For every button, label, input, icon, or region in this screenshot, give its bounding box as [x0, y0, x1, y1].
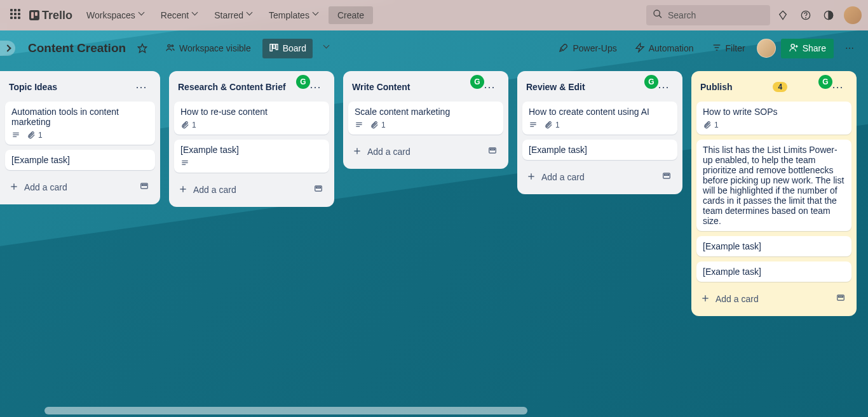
svg-rect-49: [839, 296, 843, 298]
search-box[interactable]: [646, 5, 770, 25]
svg-marker-5: [138, 44, 146, 52]
svg-point-15: [791, 44, 794, 47]
plus-icon: [700, 293, 710, 305]
card[interactable]: [Example task]: [174, 140, 329, 173]
add-card-button[interactable]: Add a card: [696, 287, 851, 311]
card-title: How to write SOPs: [703, 107, 845, 117]
card[interactable]: [Example task]: [5, 150, 155, 170]
board-menu-button[interactable]: ⋯: [839, 39, 860, 57]
starred-menu[interactable]: Starred: [208, 6, 260, 24]
add-card-button[interactable]: Add a card: [522, 165, 677, 189]
attachment-count: 1: [192, 121, 196, 129]
add-card-button[interactable]: Add a card: [348, 140, 503, 164]
list-title[interactable]: Research & Content Brief: [178, 82, 286, 92]
description-icon: [529, 121, 538, 129]
board-member-avatar[interactable]: [757, 39, 776, 58]
powerups-button[interactable]: Power-Ups: [552, 39, 623, 58]
rocket-icon: [559, 43, 569, 55]
user-avatar[interactable]: [844, 6, 862, 24]
notifications-icon[interactable]: [773, 5, 793, 25]
svg-point-7: [172, 45, 173, 47]
list-title[interactable]: Topic Ideas: [9, 82, 57, 92]
card[interactable]: This list has the List Limits Power-up e…: [696, 140, 851, 231]
grammarly-badge-icon[interactable]: G: [296, 75, 310, 89]
card-template-icon[interactable]: [137, 179, 151, 195]
card[interactable]: [Example task]: [696, 261, 851, 282]
plus-icon: [178, 184, 188, 196]
card[interactable]: Scale content marketing1: [348, 102, 503, 135]
grammarly-badge-icon[interactable]: G: [818, 75, 832, 89]
svg-point-6: [168, 44, 170, 47]
add-user-icon: [789, 43, 799, 55]
share-button[interactable]: Share: [781, 39, 834, 58]
visibility-label: Workspace visible: [179, 43, 251, 53]
theme-icon[interactable]: [818, 5, 839, 25]
list-header: Review & EditG⋯: [522, 77, 677, 96]
attachment-badge: 1: [370, 121, 386, 129]
card-template-icon[interactable]: [660, 169, 674, 185]
visibility-button[interactable]: Workspace visible: [159, 39, 257, 58]
view-switcher-button[interactable]: [318, 41, 337, 55]
workspaces-menu[interactable]: Workspaces: [80, 6, 152, 24]
expand-sidebar-button[interactable]: [0, 41, 15, 56]
list-title[interactable]: Publish: [700, 82, 733, 92]
plus-icon: [352, 146, 362, 158]
horizontal-scrollbar[interactable]: [44, 407, 527, 414]
star-board-button[interactable]: [131, 39, 154, 57]
brand-text: Trello: [42, 9, 72, 22]
board-view-button[interactable]: Board: [262, 39, 313, 58]
card-badges: 1: [529, 121, 671, 129]
list-title[interactable]: Review & Edit: [526, 82, 585, 92]
chevron-down-icon: [313, 12, 320, 18]
card-badges: 1: [180, 121, 323, 129]
plus-icon: [526, 171, 536, 183]
svg-line-1: [659, 15, 661, 18]
attachment-count: 1: [714, 121, 719, 129]
share-label: Share: [803, 43, 826, 53]
list-menu-button[interactable]: ⋯: [132, 79, 151, 95]
card[interactable]: [Example task]: [696, 236, 851, 256]
attachment-badge: 1: [544, 121, 560, 129]
card[interactable]: How to write SOPs1: [696, 102, 851, 135]
card-title: This list has the List Limits Power-up e…: [703, 145, 845, 226]
list: Topic Ideas⋯Automation tools in content …: [0, 71, 160, 204]
filter-label: Filter: [726, 43, 745, 53]
add-card-label: Add a card: [367, 147, 410, 157]
svg-point-0: [654, 10, 660, 16]
list-header: Publish4G⋯: [696, 77, 851, 96]
list-header: Topic Ideas⋯: [5, 77, 155, 96]
search-input[interactable]: [668, 10, 779, 20]
card[interactable]: How to create content using AI1: [522, 102, 677, 135]
card-template-icon[interactable]: [834, 291, 848, 307]
create-button[interactable]: Create: [329, 6, 373, 24]
card[interactable]: How to re-use content1: [174, 102, 329, 135]
list-title[interactable]: Write Content: [352, 82, 410, 92]
board-canvas[interactable]: Topic Ideas⋯Automation tools in content …: [0, 66, 868, 417]
card[interactable]: Automation tools in content marketing1: [5, 102, 155, 145]
help-icon[interactable]: [796, 5, 816, 25]
recent-menu[interactable]: Recent: [154, 6, 205, 24]
svg-point-3: [806, 18, 806, 18]
nav-label: Starred: [214, 10, 243, 20]
trello-logo-icon: [29, 10, 39, 20]
add-card-button[interactable]: Add a card: [174, 178, 329, 202]
apps-switcher-icon[interactable]: [10, 9, 23, 22]
board-title[interactable]: Content Creation: [28, 41, 126, 55]
add-card-button[interactable]: Add a card: [5, 175, 155, 199]
top-navigation: Trello Workspaces Recent Starred Templat…: [0, 0, 868, 30]
card-template-icon[interactable]: [485, 143, 499, 160]
description-icon: [180, 159, 189, 168]
svg-rect-45: [665, 175, 669, 176]
card[interactable]: [Example task]: [522, 140, 677, 160]
card-template-icon[interactable]: [311, 182, 325, 198]
trello-logo[interactable]: Trello: [29, 9, 72, 22]
description-icon: [355, 121, 363, 129]
grammarly-badge-icon[interactable]: G: [644, 75, 658, 89]
card-title: [Example task]: [180, 145, 323, 155]
add-card-label: Add a card: [541, 172, 585, 182]
automation-button[interactable]: Automation: [628, 39, 700, 58]
grammarly-badge-icon[interactable]: G: [470, 75, 484, 89]
templates-menu[interactable]: Templates: [262, 6, 326, 24]
add-card-label: Add a card: [24, 182, 67, 192]
filter-button[interactable]: Filter: [705, 39, 752, 58]
